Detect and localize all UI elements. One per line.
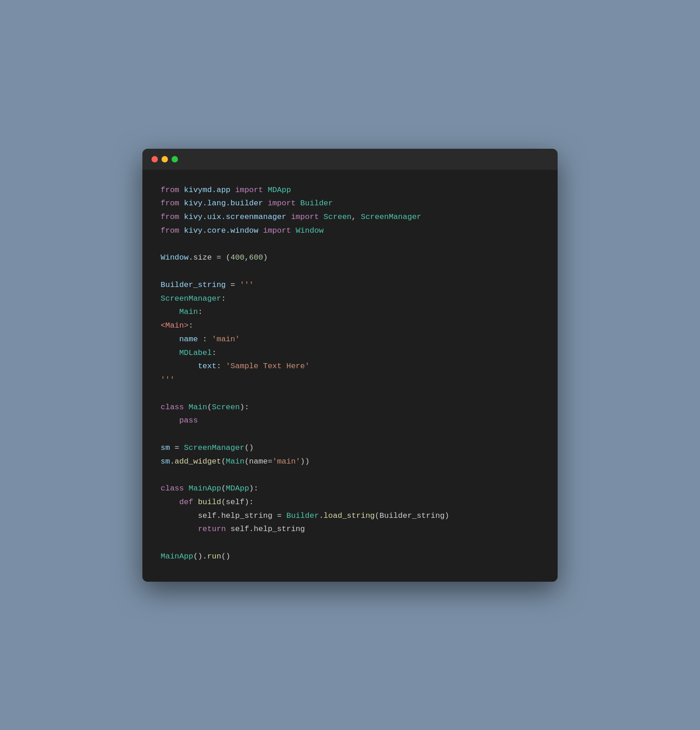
code-line: <Main>: (161, 319, 539, 333)
code-line: pass (161, 414, 539, 428)
code-line: ScreenManager: (161, 292, 539, 306)
code-line: def build(self): (161, 495, 539, 509)
code-line: from kivy.core.window import Window (161, 224, 539, 238)
code-line: class MainApp(MDApp): (161, 482, 539, 495)
code-line: ''' (161, 373, 539, 387)
code-line (161, 265, 539, 278)
code-line: name : 'main' (161, 333, 539, 346)
close-button[interactable] (151, 156, 158, 162)
code-line: from kivy.uix.screenmanager import Scree… (161, 210, 539, 224)
code-line: MDLabel: (161, 346, 539, 360)
minimize-button[interactable] (162, 156, 168, 162)
titlebar (142, 149, 558, 170)
code-line: Window.size = (400,600) (161, 251, 539, 265)
code-line (161, 387, 539, 401)
code-window: from kivymd.app import MDApp from kivy.l… (142, 149, 558, 582)
code-line: sm.add_widget(Main(name='main')) (161, 455, 539, 469)
code-line: return self.help_string (161, 522, 539, 536)
code-line: Main: (161, 305, 539, 319)
code-line: text: 'Sample Text Here' (161, 360, 539, 373)
code-line: class Main(Screen): (161, 401, 539, 414)
code-line: from kivymd.app import MDApp (161, 183, 539, 197)
code-line: self.help_string = Builder.load_string(B… (161, 509, 539, 523)
code-line: from kivy.lang.builder import Builder (161, 197, 539, 210)
code-line (161, 428, 539, 441)
code-line (161, 468, 539, 482)
code-line: sm = ScreenManager() (161, 441, 539, 455)
code-line: MainApp().run() (161, 550, 539, 563)
code-editor: from kivymd.app import MDApp from kivy.l… (142, 170, 558, 582)
code-line: Builder_string = ''' (161, 278, 539, 292)
code-line (161, 536, 539, 550)
code-line (161, 238, 539, 251)
maximize-button[interactable] (172, 156, 178, 162)
